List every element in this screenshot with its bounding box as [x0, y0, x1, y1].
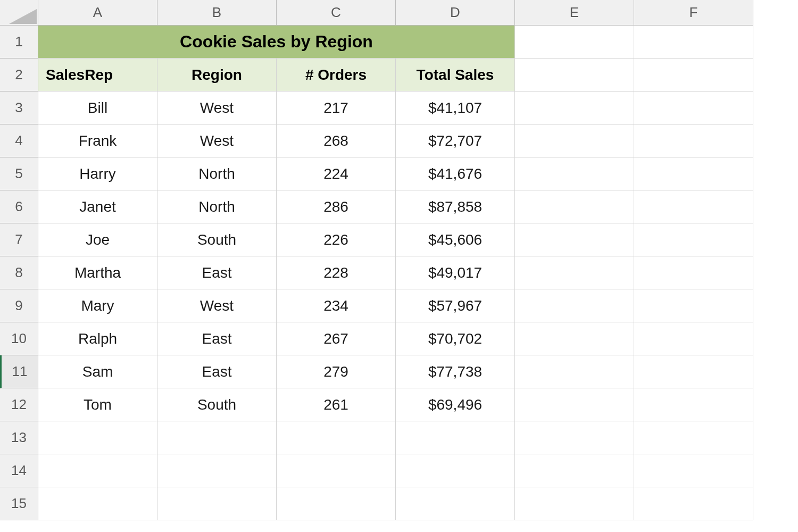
cell-salesrep[interactable]: Sam — [38, 355, 157, 388]
cell-salesrep[interactable]: Harry — [38, 157, 157, 190]
empty-cell[interactable] — [634, 454, 753, 487]
empty-cell[interactable] — [515, 355, 634, 388]
empty-cell[interactable] — [634, 26, 753, 59]
cell-orders[interactable]: 261 — [277, 388, 396, 421]
row-header-3[interactable]: 3 — [0, 92, 38, 124]
empty-cell[interactable] — [157, 421, 277, 454]
cell-orders[interactable]: 224 — [277, 157, 396, 190]
column-header-c[interactable]: C — [277, 0, 396, 26]
select-all-corner[interactable] — [0, 0, 38, 26]
cell-salesrep[interactable]: Martha — [38, 256, 157, 289]
row-header-6[interactable]: 6 — [0, 190, 38, 223]
row-header-7[interactable]: 7 — [0, 223, 38, 256]
empty-cell[interactable] — [634, 157, 753, 190]
cell-totalsales[interactable]: $70,702 — [396, 322, 515, 355]
column-header-d[interactable]: D — [396, 0, 515, 26]
cell-totalsales[interactable]: $69,496 — [396, 388, 515, 421]
header-salesrep[interactable]: SalesRep — [38, 59, 157, 92]
empty-cell[interactable] — [634, 223, 753, 256]
cell-salesrep[interactable]: Tom — [38, 388, 157, 421]
row-header-13[interactable]: 13 — [0, 421, 38, 454]
cell-orders[interactable]: 267 — [277, 322, 396, 355]
cell-region[interactable]: South — [157, 223, 277, 256]
cell-region[interactable]: West — [157, 92, 277, 124]
empty-cell[interactable] — [515, 59, 634, 92]
cell-region[interactable]: East — [157, 322, 277, 355]
table-title[interactable]: Cookie Sales by Region — [38, 26, 515, 59]
row-header-12[interactable]: 12 — [0, 388, 38, 421]
empty-cell[interactable] — [515, 322, 634, 355]
empty-cell[interactable] — [38, 421, 157, 454]
empty-cell[interactable] — [157, 487, 277, 520]
cell-orders[interactable]: 234 — [277, 289, 396, 322]
row-header-2[interactable]: 2 — [0, 59, 38, 92]
cell-orders[interactable]: 268 — [277, 124, 396, 157]
empty-cell[interactable] — [396, 454, 515, 487]
empty-cell[interactable] — [38, 487, 157, 520]
cell-totalsales[interactable]: $45,606 — [396, 223, 515, 256]
cell-salesrep[interactable]: Janet — [38, 190, 157, 223]
row-header-15[interactable]: 15 — [0, 487, 38, 520]
cell-totalsales[interactable]: $72,707 — [396, 124, 515, 157]
empty-cell[interactable] — [515, 92, 634, 124]
cell-salesrep[interactable]: Mary — [38, 289, 157, 322]
cell-totalsales[interactable]: $87,858 — [396, 190, 515, 223]
empty-cell[interactable] — [277, 421, 396, 454]
cell-orders[interactable]: 286 — [277, 190, 396, 223]
empty-cell[interactable] — [634, 388, 753, 421]
empty-cell[interactable] — [515, 124, 634, 157]
cell-salesrep[interactable]: Joe — [38, 223, 157, 256]
cell-orders[interactable]: 228 — [277, 256, 396, 289]
cell-totalsales[interactable]: $41,676 — [396, 157, 515, 190]
column-header-a[interactable]: A — [38, 0, 157, 26]
empty-cell[interactable] — [515, 223, 634, 256]
cell-totalsales[interactable]: $49,017 — [396, 256, 515, 289]
empty-cell[interactable] — [634, 124, 753, 157]
empty-cell[interactable] — [515, 454, 634, 487]
cell-salesrep[interactable]: Frank — [38, 124, 157, 157]
cell-totalsales[interactable]: $77,738 — [396, 355, 515, 388]
empty-cell[interactable] — [515, 157, 634, 190]
empty-cell[interactable] — [157, 454, 277, 487]
empty-cell[interactable] — [634, 355, 753, 388]
row-header-4[interactable]: 4 — [0, 124, 38, 157]
cell-region[interactable]: East — [157, 355, 277, 388]
cell-totalsales[interactable]: $41,107 — [396, 92, 515, 124]
empty-cell[interactable] — [515, 289, 634, 322]
empty-cell[interactable] — [634, 190, 753, 223]
empty-cell[interactable] — [515, 487, 634, 520]
column-header-b[interactable]: B — [157, 0, 277, 26]
cell-salesrep[interactable]: Bill — [38, 92, 157, 124]
empty-cell[interactable] — [634, 322, 753, 355]
cell-region[interactable]: North — [157, 157, 277, 190]
empty-cell[interactable] — [277, 454, 396, 487]
cell-region[interactable]: West — [157, 289, 277, 322]
row-header-14[interactable]: 14 — [0, 454, 38, 487]
cell-region[interactable]: West — [157, 124, 277, 157]
cell-totalsales[interactable]: $57,967 — [396, 289, 515, 322]
cell-region[interactable]: North — [157, 190, 277, 223]
column-header-e[interactable]: E — [515, 0, 634, 26]
empty-cell[interactable] — [634, 289, 753, 322]
empty-cell[interactable] — [38, 454, 157, 487]
cell-orders[interactable]: 279 — [277, 355, 396, 388]
column-header-f[interactable]: F — [634, 0, 753, 26]
empty-cell[interactable] — [396, 487, 515, 520]
row-header-9[interactable]: 9 — [0, 289, 38, 322]
empty-cell[interactable] — [634, 421, 753, 454]
empty-cell[interactable] — [515, 26, 634, 59]
row-header-8[interactable]: 8 — [0, 256, 38, 289]
cell-orders[interactable]: 217 — [277, 92, 396, 124]
empty-cell[interactable] — [634, 487, 753, 520]
empty-cell[interactable] — [634, 92, 753, 124]
empty-cell[interactable] — [515, 190, 634, 223]
cell-region[interactable]: East — [157, 256, 277, 289]
header-totalsales[interactable]: Total Sales — [396, 59, 515, 92]
cell-orders[interactable]: 226 — [277, 223, 396, 256]
header-orders[interactable]: # Orders — [277, 59, 396, 92]
empty-cell[interactable] — [277, 487, 396, 520]
empty-cell[interactable] — [634, 59, 753, 92]
empty-cell[interactable] — [396, 421, 515, 454]
row-header-10[interactable]: 10 — [0, 322, 38, 355]
row-header-5[interactable]: 5 — [0, 157, 38, 190]
